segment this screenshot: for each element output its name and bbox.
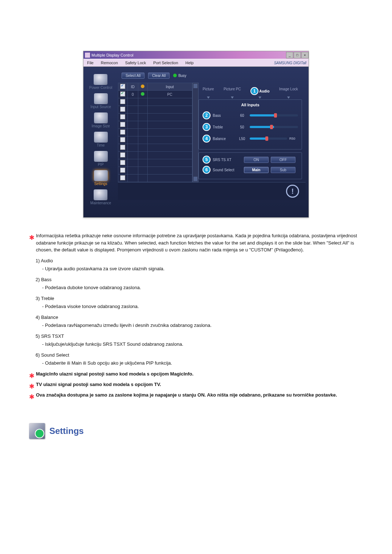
settings-icon xyxy=(94,170,108,181)
display-grid: ID Input 0 PC xyxy=(118,83,192,182)
all-inputs-label: All Inputs xyxy=(203,103,298,107)
sidebar-item-settings[interactable]: Settings xyxy=(94,170,108,186)
item-2-heading: 2) Bass xyxy=(29,276,363,283)
item-5-heading: 5) SRS TSXT xyxy=(29,333,363,340)
clear-all-button[interactable]: Clear All xyxy=(148,73,170,79)
note-2: TV ulazni signal postoji samo kod modela… xyxy=(36,381,363,388)
document-body: Informacijska rešetka prikazuje neke osn… xyxy=(29,232,363,439)
grid-area: Select All Clear All Busy ID Input xyxy=(118,67,309,217)
menu-port-selection[interactable]: Port Selection xyxy=(150,61,181,65)
sidebar: Power Control Input Source Image Size Ti… xyxy=(83,67,118,217)
star-icon xyxy=(29,382,34,391)
tab-image-lock[interactable]: Image Lock xyxy=(278,86,299,96)
busy-dot-icon xyxy=(173,74,177,77)
bass-slider[interactable] xyxy=(250,114,298,116)
item-3-heading: 3) Treble xyxy=(29,295,363,302)
status-bar: ! xyxy=(118,182,306,200)
srs-row: 5 SRS TS XT ON OFF xyxy=(203,156,298,164)
star-icon xyxy=(29,233,34,243)
callout-2: 2 xyxy=(203,111,211,119)
table-row[interactable] xyxy=(118,114,192,121)
select-all-button[interactable]: Select All xyxy=(122,73,144,79)
window-title: Multiple Display Control xyxy=(91,53,134,57)
status-dot-icon xyxy=(141,92,144,96)
item-3-body: - Podešava visoke tonove odabranog zaslo… xyxy=(29,303,363,310)
star-icon xyxy=(29,392,34,402)
treble-slider[interactable] xyxy=(250,126,298,128)
table-row[interactable] xyxy=(118,175,192,182)
audio-panel: Picture Picture PC 1Audio Image Lock All… xyxy=(199,83,306,182)
sidebar-item-power-control[interactable]: Power Control xyxy=(89,74,112,90)
cell-id: 0 xyxy=(127,91,138,98)
balance-slider[interactable] xyxy=(250,138,287,140)
srs-label: SRS TS XT xyxy=(213,158,242,162)
table-row[interactable] xyxy=(118,106,192,114)
sidebar-item-image-size[interactable]: Image Size xyxy=(91,112,110,128)
balance-row: 4 Balance L50 R50 xyxy=(203,135,298,143)
pip-icon xyxy=(94,151,108,162)
intro-text: Informacijska rešetka prikazuje neke osn… xyxy=(36,232,363,254)
info-icon: ! xyxy=(286,185,299,198)
treble-value: 50 xyxy=(237,125,248,129)
tab-picture-pc[interactable]: Picture PC xyxy=(222,86,242,96)
image-size-icon xyxy=(94,112,108,123)
menu-remocon[interactable]: Remocon xyxy=(97,61,122,65)
sound-main-button[interactable]: Main xyxy=(244,167,269,173)
row-checkbox[interactable] xyxy=(120,91,125,97)
sound-sub-button[interactable]: Sub xyxy=(271,167,295,173)
sidebar-item-input-source[interactable]: Input Source xyxy=(90,93,111,109)
sidebar-item-maintenance[interactable]: Maintenance xyxy=(90,189,111,205)
callout-3: 3 xyxy=(203,123,211,131)
settings-heading: Settings xyxy=(29,423,363,439)
tab-audio[interactable]: 1Audio xyxy=(249,86,271,96)
srs-off-button[interactable]: OFF xyxy=(271,157,295,163)
balance-l: L50 xyxy=(237,137,248,141)
power-icon xyxy=(94,74,107,85)
bass-label: Bass xyxy=(213,114,234,118)
header-checkbox[interactable] xyxy=(120,84,125,89)
table-row[interactable] xyxy=(118,98,192,106)
col-input: Input xyxy=(147,83,192,91)
table-row[interactable] xyxy=(118,159,192,167)
maximize-button[interactable]: □ xyxy=(294,52,301,58)
tab-picture[interactable]: Picture xyxy=(201,86,215,96)
tab-strip: Picture Picture PC 1Audio Image Lock xyxy=(199,86,302,96)
table-row[interactable] xyxy=(118,167,192,175)
sound-select-label: Sound Select xyxy=(213,168,242,172)
balance-r: R50 xyxy=(289,137,298,140)
bass-value: 60 xyxy=(237,114,248,118)
brand-label: SAMSUNG DIGITall xyxy=(270,61,309,65)
sidebar-item-pip[interactable]: PIP xyxy=(94,151,108,167)
menu-file[interactable]: File xyxy=(83,61,97,65)
item-6-heading: 6) Sound Select xyxy=(29,352,363,359)
treble-label: Treble xyxy=(213,125,234,129)
table-row[interactable] xyxy=(118,152,192,159)
time-icon xyxy=(94,132,108,143)
table-row[interactable] xyxy=(118,144,192,152)
star-icon xyxy=(29,371,34,381)
minimize-button[interactable]: _ xyxy=(286,52,293,58)
table-row[interactable]: 0 PC xyxy=(118,91,192,98)
close-button[interactable]: × xyxy=(301,52,309,58)
maintenance-icon xyxy=(94,189,107,200)
vertical-scrollbar[interactable] xyxy=(192,83,199,182)
app-window: Multiple Display Control _ □ × File Remo… xyxy=(83,51,309,218)
table-row[interactable] xyxy=(118,136,192,144)
callout-6: 6 xyxy=(203,166,211,174)
note-1: MagicInfo ulazni signal postoji samo kod… xyxy=(36,370,363,378)
status-header-icon xyxy=(141,85,144,88)
callout-4: 4 xyxy=(203,135,211,143)
callout-1: 1 xyxy=(250,87,258,95)
cell-input: PC xyxy=(147,91,192,98)
sidebar-item-time[interactable]: Time xyxy=(94,132,108,147)
table-row[interactable] xyxy=(118,121,192,129)
treble-row: 3 Treble 50 xyxy=(203,123,298,131)
menu-help[interactable]: Help xyxy=(182,61,197,65)
item-2-body: - Podešava duboke tonove odabranog zaslo… xyxy=(29,284,363,291)
item-1-body: - Upravlja audio postavkama za sve izvor… xyxy=(29,265,363,272)
srs-on-button[interactable]: ON xyxy=(244,157,269,163)
col-id: ID xyxy=(127,83,138,91)
menu-safety-lock[interactable]: Safety Lock xyxy=(122,61,150,65)
busy-indicator: Busy xyxy=(173,74,186,78)
table-row[interactable] xyxy=(118,129,192,136)
